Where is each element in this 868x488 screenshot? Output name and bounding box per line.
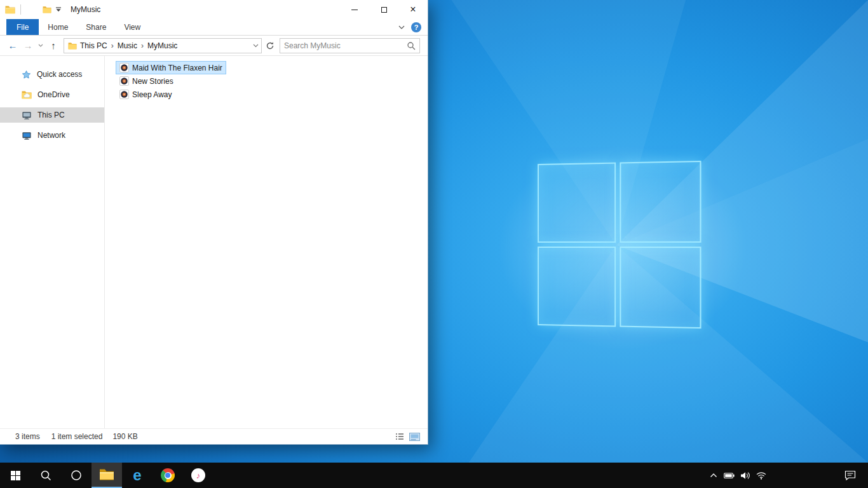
breadcrumb-music[interactable]: Music	[114, 41, 140, 50]
onedrive-cloud-icon	[22, 90, 32, 99]
tab-file[interactable]: File	[6, 19, 39, 35]
address-bar[interactable]: This PC › Music › MyMusic	[64, 38, 262, 53]
minimize-icon	[351, 10, 358, 10]
taskbar-search-button[interactable]	[31, 463, 61, 488]
windows-logo-pane	[538, 163, 616, 243]
minimize-button[interactable]	[340, 0, 369, 19]
itunes-button[interactable]: ♪	[183, 463, 214, 488]
windows-start-icon	[11, 471, 20, 480]
ribbon-right-controls: ?	[398, 19, 428, 35]
search-box	[280, 38, 420, 53]
file-name: Maid With The Flaxen Hair	[132, 64, 222, 72]
show-hidden-icons-chevron-icon[interactable]	[705, 463, 721, 488]
chrome-button[interactable]	[153, 463, 183, 488]
selection-status: 1 item selected	[51, 432, 103, 441]
wifi-icon[interactable]	[753, 463, 769, 488]
action-center-button[interactable]	[836, 463, 864, 488]
tab-share[interactable]: Share	[77, 19, 115, 35]
up-button[interactable]: ↑	[46, 40, 61, 51]
quick-access-toolbar-folder-icon[interactable]	[43, 6, 51, 13]
back-button[interactable]: ←	[5, 40, 20, 51]
cortana-circle-icon	[71, 470, 82, 481]
selection-size: 190 KB	[112, 432, 137, 441]
file-row[interactable]: New Stories	[116, 74, 177, 88]
music-file-icon	[119, 76, 129, 86]
file-name: Sleep Away	[132, 90, 172, 99]
view-toggles	[395, 433, 428, 441]
address-dropdown-chevron-icon[interactable]	[253, 44, 259, 48]
large-icons-view-icon[interactable]	[409, 433, 420, 441]
sidebar-item-label: Quick access	[37, 70, 82, 79]
sidebar-item-this-pc[interactable]: This PC	[0, 107, 104, 123]
sidebar-item-label: Network	[37, 131, 65, 140]
battery-icon[interactable]	[721, 463, 737, 488]
chrome-icon	[161, 468, 175, 482]
file-list: Maid With The Flaxen Hair New Stories Sl…	[105, 56, 428, 428]
windows-logo-pane	[620, 161, 701, 243]
file-row[interactable]: Maid With The Flaxen Hair	[116, 61, 226, 74]
windows-logo-pane	[620, 247, 701, 329]
start-button[interactable]	[0, 463, 31, 488]
recent-locations-chevron-icon[interactable]	[36, 44, 46, 47]
forward-button[interactable]: →	[20, 40, 36, 51]
maximize-icon	[381, 7, 387, 13]
navigation-pane: Quick access OneDrive This PC	[0, 56, 105, 428]
taskbar-file-explorer-button[interactable]	[92, 463, 122, 488]
title-bar: MyMusic ×	[0, 0, 428, 19]
file-explorer-icon	[99, 468, 114, 481]
maximize-button[interactable]	[369, 0, 398, 19]
volume-icon[interactable]	[737, 463, 753, 488]
search-icon	[40, 470, 51, 481]
close-button[interactable]: ×	[398, 0, 428, 19]
sidebar-item-onedrive[interactable]: OneDrive	[0, 87, 104, 102]
explorer-main-area: Quick access OneDrive This PC	[0, 56, 428, 428]
windows-logo	[538, 161, 702, 329]
ribbon-tab-row: File Home Share View ?	[0, 19, 428, 36]
window-title: MyMusic	[71, 5, 100, 14]
taskbar: e ♪	[0, 463, 868, 488]
sidebar-item-quick-access[interactable]: Quick access	[0, 67, 104, 82]
music-file-icon	[119, 90, 129, 99]
folder-icon	[5, 5, 15, 14]
search-input[interactable]	[280, 41, 407, 50]
close-icon: ×	[410, 4, 416, 15]
refresh-button[interactable]	[262, 41, 278, 50]
internet-explorer-icon: e	[133, 468, 141, 483]
customize-quick-access-toolbar-icon[interactable]	[55, 7, 62, 12]
expand-ribbon-chevron-icon[interactable]	[398, 25, 405, 29]
system-tray	[705, 463, 868, 488]
details-view-icon[interactable]	[395, 433, 404, 440]
screen: MyMusic × File Home Share View ? ← →	[0, 0, 868, 488]
items-count: 3 items	[15, 432, 40, 441]
address-folder-icon	[68, 42, 77, 50]
cortana-button[interactable]	[61, 463, 92, 488]
status-bar: 3 items 1 item selected 190 KB	[0, 428, 428, 444]
file-row[interactable]: Sleep Away	[116, 88, 176, 101]
sidebar-item-label: This PC	[37, 111, 65, 119]
sidebar-item-network[interactable]: Network	[0, 128, 104, 143]
sidebar-item-label: OneDrive	[37, 90, 70, 99]
breadcrumb-this-pc[interactable]: This PC	[77, 41, 111, 50]
address-bar-row: ← → ↑ This PC › Music › MyMusic	[0, 36, 428, 56]
file-explorer-window: MyMusic × File Home Share View ? ← →	[0, 0, 428, 445]
quick-access-toolbar-separator	[20, 4, 21, 15]
window-controls: ×	[340, 0, 428, 19]
internet-explorer-button[interactable]: e	[122, 463, 153, 488]
breadcrumb-mymusic[interactable]: MyMusic	[144, 41, 180, 50]
file-name: New Stories	[132, 77, 173, 86]
windows-logo-pane	[538, 247, 616, 327]
network-icon	[22, 131, 32, 140]
search-icon	[407, 41, 419, 50]
tab-view[interactable]: View	[115, 19, 149, 35]
music-file-icon	[119, 63, 129, 72]
star-icon	[22, 70, 31, 79]
help-icon[interactable]: ?	[411, 22, 421, 32]
computer-icon	[22, 111, 32, 120]
itunes-icon: ♪	[191, 468, 205, 482]
tab-home[interactable]: Home	[39, 19, 77, 35]
